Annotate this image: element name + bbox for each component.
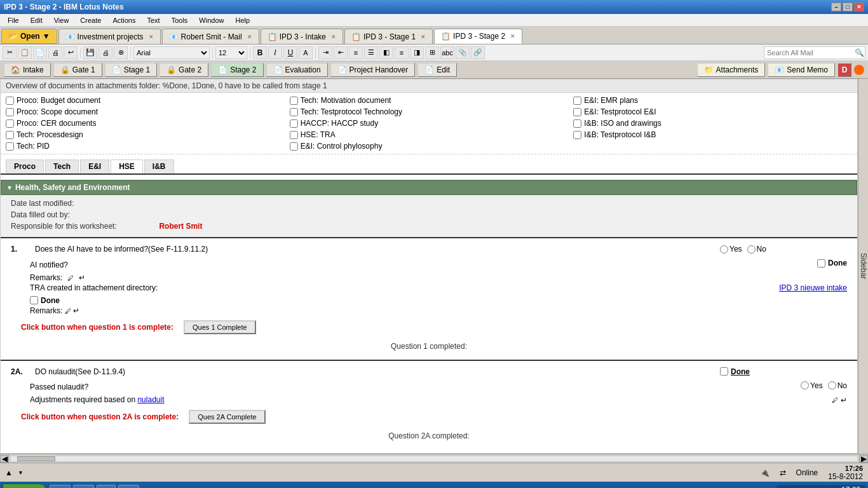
- proco-cer-check[interactable]: [6, 119, 14, 128]
- tab-ei[interactable]: E&I: [80, 159, 109, 173]
- menu-help[interactable]: Help: [230, 15, 255, 25]
- action-project-handover[interactable]: 📄 Project Handover: [330, 63, 416, 77]
- tech-motivation-check[interactable]: [290, 97, 298, 105]
- tab-tech[interactable]: Tech: [45, 159, 79, 173]
- scroll-right-btn[interactable]: ▶: [859, 455, 868, 463]
- toolbar-align-right[interactable]: ◨: [410, 46, 424, 59]
- ei-testprotocol-check[interactable]: [573, 108, 581, 116]
- tab-intake-close[interactable]: ✕: [331, 34, 336, 40]
- horizontal-scrollbar[interactable]: ◀ ▶: [0, 454, 868, 463]
- tab-investment-close[interactable]: ✕: [149, 34, 154, 40]
- tech-procesdesign-check[interactable]: [6, 131, 14, 139]
- ib-testprotocol-check[interactable]: [573, 131, 581, 139]
- scroll-track[interactable]: [10, 456, 858, 462]
- tra-done-check[interactable]: [30, 296, 38, 304]
- tab-stage2-close[interactable]: ✕: [510, 33, 515, 39]
- passed-yes-radio[interactable]: [801, 381, 809, 390]
- scroll-left-btn[interactable]: ◀: [0, 455, 9, 463]
- toolbar-font-color[interactable]: A: [299, 46, 313, 59]
- toolbar-copy[interactable]: 📋: [18, 46, 32, 59]
- close-button[interactable]: ✕: [854, 3, 864, 11]
- action-gate2[interactable]: 🔒 Gate 2: [159, 63, 208, 77]
- toolbar-underline[interactable]: U: [283, 46, 297, 59]
- toolbar-bullets[interactable]: ≡: [349, 46, 363, 59]
- toolbar-align-left[interactable]: ◧: [379, 46, 393, 59]
- toolbar-paste[interactable]: 📄: [33, 46, 47, 59]
- proco-scope-check[interactable]: [6, 108, 14, 116]
- passed-no-radio[interactable]: [828, 381, 836, 390]
- toolbar-table[interactable]: ⊞: [425, 46, 439, 59]
- tab-ipd3-intake[interactable]: 📋 IPD 3 - Intake ✕: [261, 29, 343, 44]
- ei-emr-check[interactable]: [573, 97, 581, 105]
- search-icon[interactable]: 🔍: [855, 48, 864, 57]
- search-box[interactable]: 🔍: [764, 46, 865, 59]
- tab-ipd3-stage2[interactable]: 📋 IPD 3 - Stage 2 ✕: [434, 29, 522, 44]
- menu-view[interactable]: View: [49, 15, 74, 25]
- toolbar-outdent[interactable]: ⇤: [334, 46, 348, 59]
- toolbar-attach[interactable]: 📎: [456, 46, 470, 59]
- menu-file[interactable]: File: [3, 15, 24, 25]
- sidebar-toggle[interactable]: Sidebar: [858, 79, 868, 454]
- minimize-button[interactable]: –: [831, 3, 841, 11]
- send-memo-button[interactable]: 📧 Send Memo: [768, 63, 835, 77]
- hse-tra-check[interactable]: [290, 131, 298, 139]
- tab-robert-smit[interactable]: 📧 Robert Smit - Mail ✕: [162, 29, 259, 44]
- toolbar-indent[interactable]: ⇥: [318, 46, 332, 59]
- attachments-button[interactable]: 📁 Attachments: [697, 63, 766, 77]
- action-evaluation[interactable]: 📄 Evaluation: [266, 63, 328, 77]
- toolbar-cut[interactable]: ✂: [3, 46, 17, 59]
- toolbar-print[interactable]: 🖨: [48, 46, 62, 59]
- tech-pid-check[interactable]: [6, 142, 14, 151]
- tech-testprotocol-check[interactable]: [290, 108, 298, 116]
- toolbar-bold[interactable]: B: [253, 46, 267, 59]
- tab-open[interactable]: 📂 Open ▼: [1, 29, 57, 44]
- toolbar-spell[interactable]: abc: [440, 46, 454, 59]
- start-button[interactable]: ⊞ Start: [3, 484, 47, 488]
- toolbar-stop[interactable]: ⊗: [114, 46, 128, 59]
- tra-link[interactable]: IPD 3 nieuwe intake: [779, 283, 847, 292]
- toolbar-italic[interactable]: I: [268, 46, 282, 59]
- question-2a-done-check[interactable]: [720, 367, 728, 376]
- question-1-no-radio[interactable]: [747, 245, 756, 254]
- collapse-icon[interactable]: ▼: [6, 184, 13, 191]
- q2a-complete-button[interactable]: Ques 2A Complete: [189, 410, 265, 424]
- ei-control-check[interactable]: [290, 142, 298, 151]
- menu-text[interactable]: Text: [142, 15, 165, 25]
- restore-button[interactable]: □: [843, 3, 853, 11]
- tab-investment-projects[interactable]: 📧 Investment projects ✕: [58, 29, 161, 44]
- toolbar-arrow[interactable]: ↩: [64, 46, 78, 59]
- scroll-thumb[interactable]: [17, 456, 55, 461]
- tab-stage1-close[interactable]: ✕: [421, 34, 426, 40]
- tab-ib[interactable]: I&B: [144, 159, 174, 173]
- ai-notified-check[interactable]: [817, 259, 825, 268]
- tab-ipd3-stage1[interactable]: 📋 IPD 3 - Stage 1 ✕: [344, 29, 433, 44]
- ib-iso-check[interactable]: [573, 119, 581, 128]
- tab-proco[interactable]: Proco: [6, 159, 44, 173]
- menu-actions[interactable]: Actions: [107, 15, 140, 25]
- toolbar-print2[interactable]: 🖨: [98, 46, 112, 59]
- d-button[interactable]: D: [837, 63, 851, 77]
- menu-create[interactable]: Create: [75, 15, 106, 25]
- taskbar-word[interactable]: W: [97, 485, 115, 488]
- toolbar-align-center[interactable]: ≡: [395, 46, 409, 59]
- taskbar-lotus[interactable]: 📋: [118, 485, 139, 488]
- size-selector[interactable]: 12: [215, 46, 247, 59]
- haccp-check[interactable]: [290, 119, 298, 128]
- font-selector[interactable]: Arial: [133, 46, 210, 59]
- menu-window[interactable]: Window: [194, 15, 229, 25]
- toolbar-save[interactable]: 💾: [83, 46, 97, 59]
- question-1-yes-radio[interactable]: [720, 245, 728, 254]
- action-gate1[interactable]: 🔒 Gate 1: [53, 63, 102, 77]
- action-stage2[interactable]: 📄 Stage 2: [211, 63, 263, 77]
- action-intake[interactable]: 🏠 Intake: [4, 63, 51, 77]
- toolbar-link[interactable]: 🔗: [471, 46, 485, 59]
- q1-complete-button[interactable]: Ques 1 Complete: [184, 320, 256, 334]
- action-edit[interactable]: 📄 Edit: [417, 63, 457, 77]
- search-input[interactable]: [767, 49, 855, 57]
- proco-budget-check[interactable]: [6, 97, 14, 105]
- tab-hse[interactable]: HSE: [111, 159, 143, 173]
- menu-edit[interactable]: Edit: [25, 15, 48, 25]
- toolbar-numbering[interactable]: ☰: [364, 46, 378, 59]
- menu-tools[interactable]: Tools: [166, 15, 193, 25]
- taskbar-ie[interactable]: 🌐: [50, 485, 71, 488]
